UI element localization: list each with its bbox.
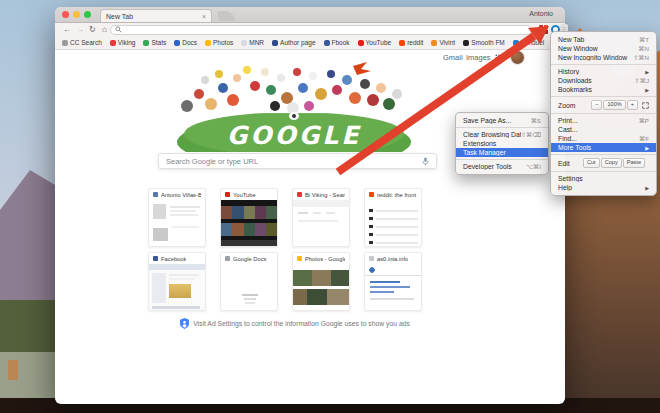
tile-thumbnail [221,264,277,310]
bookmark-item[interactable]: Stats [143,39,166,46]
shortcut-tile[interactable]: Bi Viking - Search P... [292,188,350,247]
bookmark-item[interactable]: Smooth FM [463,39,505,46]
fullscreen-icon[interactable] [642,102,649,109]
submenu-item-save-page-as[interactable]: Save Page As...⌘S [456,116,548,125]
bookmark-item[interactable]: Docs [174,39,197,46]
shortcut-tile[interactable]: Antonio Villas-Boas ... [148,188,206,247]
tab-close-icon[interactable]: × [202,13,206,20]
submenu-arrow-icon: ▶ [645,69,649,75]
search-box[interactable]: Search Google or type URL [158,153,437,169]
menu-item-downloads[interactable]: Downloads⇧⌘J [551,76,656,85]
bookmark-item[interactable]: YouTube [358,39,392,46]
menu-item-find[interactable]: Find...⌘F [551,134,656,143]
tile-favicon [369,192,374,197]
shortcut-tile[interactable]: Photos - Google Ph... [292,252,350,311]
bookmark-item[interactable]: reddit [399,39,423,46]
zoom-in-button[interactable]: + [627,100,638,110]
submenu-arrow-icon: ▶ [645,87,649,93]
edit-copy-button[interactable]: Copy [601,158,622,168]
more-tools-submenu: Save Page As...⌘S Clear Browsing Data...… [455,112,549,175]
tile-favicon [153,192,158,197]
microphone-icon[interactable] [422,157,429,166]
browser-window: New Tab × Antonio ← → ↻ ⌂ ⋮ CC Search Vi [55,7,565,403]
minimize-window-button[interactable] [73,11,80,18]
bookmark-item[interactable]: Vivint [431,39,455,46]
google-logo-text: GOOGLE [227,121,362,150]
extension-icon-grid[interactable] [539,25,548,34]
shortcut-tile[interactable]: reddit: the front p... [364,188,422,247]
menu-item-new-tab[interactable]: New Tab⌘T [551,35,656,44]
doodle-bird [353,62,371,75]
edit-paste-button[interactable]: Paste [623,158,645,168]
ad-settings-notice: Visit Ad Settings to control the informa… [170,318,420,329]
profile-name[interactable]: Antonio [529,10,553,17]
tile-thumbnail [149,200,205,246]
shortcut-tile[interactable]: YouTube [220,188,278,247]
menu-item-print[interactable]: Print...⌘P [551,116,656,125]
navigation-toolbar: ← → ↻ ⌂ ⋮ [55,23,565,36]
submenu-item-clear-browsing-data[interactable]: Clear Browsing Data...⇧⌘⌫ [456,130,548,139]
ad-settings-shield-icon [180,318,189,329]
google-doodle[interactable]: GOOGLE [175,60,413,152]
apps-grid-icon[interactable] [495,54,503,62]
bookmark-favicon [62,40,68,46]
tile-favicon [369,256,374,261]
edit-cut-button[interactable]: Cut [583,158,600,168]
back-icon[interactable]: ← [63,23,71,36]
menu-item-new-window[interactable]: New Window⌘N [551,44,656,53]
tile-thumbnail [221,200,277,246]
tile-thumbnail [365,200,421,246]
bookmark-favicon [463,40,469,46]
home-icon[interactable]: ⌂ [102,23,107,36]
zoom-out-button[interactable]: − [591,100,602,110]
bookmark-item[interactable]: Photos [205,39,233,46]
menu-item-new-incognito-window[interactable]: New Incognito Window⇧⌘N [551,53,656,62]
tab-new-tab[interactable]: New Tab × [100,9,212,22]
menu-separator [456,127,548,128]
submenu-item-extensions[interactable]: Extensions [456,139,548,148]
bookmark-favicon [272,40,278,46]
bookmark-favicon [324,40,330,46]
submenu-item-task-manager[interactable]: Task Manager [456,148,548,157]
tile-thumbnail [293,264,349,310]
bookmark-favicon [241,40,247,46]
menu-separator [551,171,656,172]
doodle-crowd [181,66,402,120]
zoom-window-button[interactable] [84,11,91,18]
ad-settings-text[interactable]: Visit Ad Settings to control the informa… [193,320,410,327]
bookmark-item[interactable]: Fbook [324,39,350,46]
submenu-arrow-icon: ▶ [645,145,649,151]
menu-separator [551,64,656,65]
shortcut-tile[interactable]: Google Docs [220,252,278,311]
menu-item-bookmarks[interactable]: Bookmarks▶ [551,85,656,94]
shortcut-tile[interactable]: as0.inta.info [364,252,422,311]
close-window-button[interactable] [62,11,69,18]
tile-thumbnail [293,200,349,246]
new-tab-button[interactable] [217,11,235,21]
menu-item-more-tools[interactable]: More Tools▶ [551,143,656,152]
new-tab-page: Gmail Images [55,50,565,404]
address-bar[interactable] [110,25,532,35]
tile-thumbnail [365,264,421,310]
reload-icon[interactable]: ↻ [89,23,96,36]
menu-item-cast[interactable]: Cast... [551,125,656,134]
bookmark-favicon [110,40,116,46]
account-avatar[interactable] [511,51,524,64]
bookmark-item[interactable]: CC Search [62,39,102,46]
shortcut-tile[interactable]: Facebook [148,252,206,311]
bookmark-item[interactable]: Viking [110,39,136,46]
tab-bar: New Tab × Antonio [55,7,565,23]
menu-item-history[interactable]: History▶ [551,67,656,76]
bookmark-favicon [358,40,364,46]
submenu-arrow-icon: ▶ [645,185,649,191]
bookmark-item[interactable]: Author page [272,39,315,46]
menu-item-settings[interactable]: Settings [551,174,656,183]
bookmark-item[interactable]: MNR [241,39,264,46]
bookmark-item[interactable]: Fanduel [513,39,545,46]
search-placeholder: Search Google or type URL [166,157,422,166]
gmail-link[interactable]: Gmail [443,53,463,62]
submenu-item-developer-tools[interactable]: Developer Tools⌥⌘I [456,162,548,171]
forward-icon[interactable]: → [76,23,84,36]
images-link[interactable]: Images [466,53,491,62]
menu-item-help[interactable]: Help▶ [551,183,656,192]
